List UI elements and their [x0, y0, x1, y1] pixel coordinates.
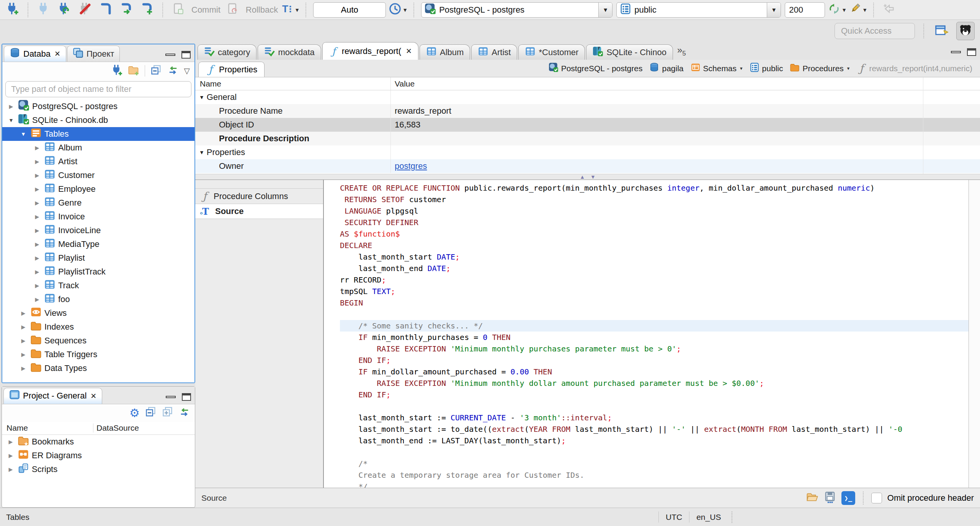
new-folder-icon[interactable] [128, 64, 139, 78]
minimize-icon[interactable] [951, 51, 961, 53]
column-datasource[interactable]: DataSource [93, 423, 144, 433]
collapse-up-icon[interactable]: ▲ [580, 174, 585, 180]
expander-closed-icon[interactable]: ▶ [7, 466, 15, 472]
tree-item-Data-Types[interactable]: ▶Data Types [2, 361, 194, 375]
expander-closed-icon[interactable]: ▶ [19, 351, 28, 358]
editor-tab-Artist[interactable]: Artist [471, 44, 517, 60]
omit-header-label[interactable]: Omit procedure header [887, 493, 974, 503]
disconnect-button[interactable] [77, 2, 93, 18]
tree-item-Tables[interactable]: ▼Tables [2, 127, 194, 141]
breadcrumb-pagila[interactable]: pagila [649, 62, 683, 74]
tree-item-Employee[interactable]: ▶Employee [2, 182, 194, 196]
expander-closed-icon[interactable]: ▶ [7, 439, 15, 445]
expander-closed-icon[interactable]: ▶ [33, 283, 41, 289]
link-editor-icon[interactable] [179, 406, 190, 420]
expander-closed-icon[interactable]: ▶ [7, 452, 15, 459]
gear-icon[interactable]: ⚙ [129, 407, 140, 419]
editor-tab--Customer[interactable]: *Customer [518, 44, 585, 60]
open-file-icon[interactable] [806, 491, 818, 505]
open-perspective-button[interactable] [933, 22, 951, 40]
expander-closed-icon[interactable]: ▶ [19, 338, 28, 344]
back-button[interactable] [881, 2, 898, 18]
editor-tab-category[interactable]: category [198, 44, 256, 60]
expander-open-icon[interactable]: ▼ [199, 149, 204, 155]
tree-item-Playlist[interactable]: ▶Playlist [2, 251, 194, 265]
project-item-Bookmarks[interactable]: ▶★Bookmarks [2, 435, 195, 449]
tree-item-Views[interactable]: ▶Views [2, 306, 194, 320]
breadcrumb-PostgreSQL-postgres[interactable]: PostgreSQL - postgres [549, 62, 643, 74]
property-row-Properties[interactable]: ▼Properties [195, 145, 980, 159]
save-icon[interactable] [824, 491, 836, 505]
tree-item-Customer[interactable]: ▶Customer [2, 168, 194, 182]
locale-indicator[interactable]: en_US [689, 511, 728, 522]
tree-item-Indexes[interactable]: ▶Indexes [2, 320, 194, 334]
breadcrumb-Schemas[interactable]: Schemas▾ [691, 62, 743, 74]
sql-editor-new-button[interactable] [139, 2, 155, 18]
tree-item-InvoiceLine[interactable]: ▶InvoiceLine [2, 224, 194, 237]
editor-tab-Album[interactable]: Album [420, 44, 470, 60]
connect-new-icon[interactable] [111, 64, 122, 78]
tree-item-PlaylistTrack[interactable]: ▶PlaylistTrack [2, 265, 194, 279]
minimize-icon[interactable] [166, 396, 176, 398]
tree-item-SQLite-Chinook-db[interactable]: ▼SQLite - Chinook.db [2, 113, 194, 127]
expander-closed-icon[interactable]: ▶ [19, 324, 28, 330]
expand-all-icon[interactable] [162, 406, 173, 420]
omit-header-checkbox[interactable] [871, 493, 882, 503]
timezone-indicator[interactable]: UTC [658, 511, 689, 522]
panel-tab-Проект[interactable]: Проект [67, 46, 120, 62]
property-row-Object-ID[interactable]: Object ID16,583 [195, 118, 980, 132]
project-item-ER-Diagrams[interactable]: ▶ER Diagrams [2, 449, 195, 462]
expander-open-icon[interactable]: ▼ [19, 131, 28, 137]
expander-closed-icon[interactable]: ▶ [33, 255, 41, 261]
tree-item-Table-Triggers[interactable]: ▶Table Triggers [2, 348, 194, 361]
expander-closed-icon[interactable]: ▶ [7, 103, 15, 109]
dbeaver-perspective-button[interactable] [956, 22, 975, 40]
history-button[interactable]: ▼ [390, 2, 407, 18]
collapse-all-icon[interactable] [145, 406, 157, 420]
property-row-Procedure-Name[interactable]: Procedure Namerewards_report [195, 104, 980, 118]
expander-closed-icon[interactable]: ▶ [33, 172, 41, 178]
expander-closed-icon[interactable]: ▶ [19, 365, 28, 371]
commit-mode-select[interactable]: Auto [313, 2, 386, 18]
schema-dropdown-button[interactable]: ▼ [767, 3, 781, 17]
tab-properties[interactable]: ƒ Properties [198, 62, 265, 77]
tree-item-MediaType[interactable]: ▶MediaType [2, 237, 194, 251]
sql-editor-button[interactable] [97, 2, 114, 18]
maximize-icon[interactable] [967, 48, 976, 56]
expander-closed-icon[interactable]: ▶ [33, 241, 41, 247]
commit-label[interactable]: Commit [191, 5, 220, 15]
refresh-button[interactable]: ▼ [829, 2, 846, 18]
quick-access-input[interactable]: Quick Access [835, 23, 915, 39]
object-filter-input[interactable] [5, 81, 191, 97]
expander-closed-icon[interactable]: ▶ [33, 269, 41, 275]
close-icon[interactable]: ✕ [54, 49, 60, 58]
tree-item-Artist[interactable]: ▶Artist [2, 155, 194, 168]
panel-tab-project-general[interactable]: Project - General✕ [3, 388, 102, 404]
terminal-icon[interactable]: ❯_ [841, 491, 855, 505]
owner-link[interactable]: postgres [395, 161, 427, 171]
grid-column-name[interactable]: Name [195, 77, 390, 90]
rollback-label[interactable]: Rollback [246, 5, 278, 15]
fetch-size-input[interactable]: 200 [785, 2, 825, 18]
editor-tab-rewards-report-[interactable]: ƒrewards_report(✕ [322, 42, 418, 60]
expander-closed-icon[interactable]: ▶ [33, 214, 41, 220]
editor-tab-SQLite-Chinoo[interactable]: SQLite - Chinoo [586, 44, 673, 60]
property-row-Owner[interactable]: Ownerpostgres [195, 159, 980, 173]
collapse-all-icon[interactable] [150, 64, 162, 78]
connection-dropdown-button[interactable]: ▼ [598, 3, 612, 17]
source-code[interactable]: CREATE OR REPLACE FUNCTION public.reward… [324, 180, 969, 488]
sql-console-button[interactable] [118, 2, 135, 18]
expander-closed-icon[interactable]: ▶ [33, 145, 41, 151]
reconnect-button[interactable] [56, 2, 73, 18]
expander-closed-icon[interactable]: ▶ [19, 310, 28, 316]
editor-tab-mockdata[interactable]: mockdata [258, 44, 321, 60]
edit-button[interactable]: ▼ [849, 2, 866, 18]
expander-closed-icon[interactable]: ▶ [33, 200, 41, 206]
tree-item-Invoice[interactable]: ▶Invoice [2, 210, 194, 224]
splitter[interactable]: ▲ ▼ [195, 174, 980, 180]
expander-open-icon[interactable]: ▼ [199, 94, 204, 100]
tree-item-PostgreSQL-postgres[interactable]: ▶PostgreSQL - postgres [2, 100, 194, 113]
tree-item-foo[interactable]: ▶foo [2, 292, 194, 306]
link-editor-icon[interactable] [167, 64, 179, 78]
minimize-icon[interactable] [165, 54, 175, 56]
